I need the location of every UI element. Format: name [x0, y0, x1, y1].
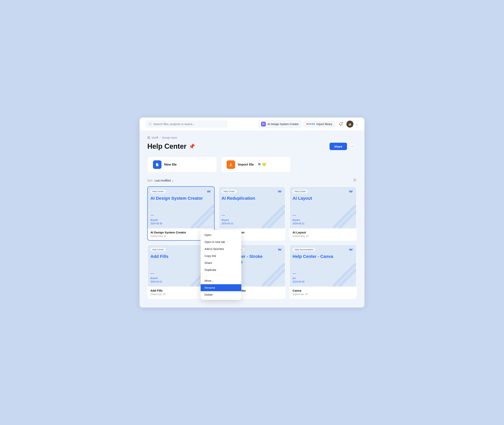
import-icons: 💛: [258, 162, 266, 167]
file-thumb-title: Help Center - Canva: [292, 254, 333, 259]
file-thumb-date: 2024-05-21: [292, 222, 304, 225]
search-icon: [149, 123, 152, 126]
header: AI Design System Creator Import library: [139, 118, 365, 131]
svg-rect-8: [147, 138, 148, 139]
context-menu-item-move---[interactable]: Move...: [201, 277, 241, 284]
motiff-logo: [348, 189, 354, 194]
figma-icon: [306, 123, 315, 125]
file-thumb-title: AI Reduplication: [222, 196, 255, 201]
file-thumb-author: Bryant: [150, 277, 158, 279]
context-menu-item-delete[interactable]: Delete: [201, 291, 241, 298]
page-actions: Share ···: [330, 143, 357, 150]
svg-line-1: [151, 125, 152, 126]
action-tiles: New file Import file: [147, 157, 357, 173]
more-dots-icon: ···: [351, 145, 354, 148]
context-menu-item-open-in-new-tab[interactable]: Open in new tab: [201, 239, 241, 246]
svg-rect-4: [262, 124, 263, 125]
context-menu-item-duplicate[interactable]: Duplicate: [201, 266, 241, 273]
file-thumb-date: 2024-03-21: [150, 280, 162, 283]
context-menu-item-open[interactable]: Open: [201, 232, 241, 239]
file-thumb-author: Bryant: [222, 219, 229, 221]
ai-design-label: AI Design System Creator: [267, 123, 299, 126]
breadcrumb-workspace[interactable]: Motiff: [152, 136, 158, 139]
sort-select[interactable]: Last modified ⌄: [155, 179, 174, 182]
chevron-icon: ⌄: [172, 179, 174, 182]
context-menu: OpenOpen in new tabAdd to favoritesCopy …: [201, 230, 241, 300]
svg-rect-7: [149, 137, 150, 138]
svg-line-33: [333, 263, 356, 286]
grid-icon: [147, 136, 150, 139]
import-file-tile[interactable]: Import file 💛: [221, 157, 291, 173]
context-menu-separator: [201, 276, 241, 276]
file-badge: Help documentation: [292, 248, 315, 251]
file-card[interactable]: Help Center AI Layout — Bryant 2024-05-2…: [289, 186, 357, 241]
file-thumb-date: 2024-05-30: [150, 222, 162, 225]
list-view-button[interactable]: [353, 178, 357, 183]
share-button[interactable]: Share: [330, 143, 347, 150]
file-thumb-author: Bryant: [150, 219, 158, 221]
file-thumbnail: Help Center AI Layout — Bryant 2024-05-2…: [290, 187, 356, 228]
motiff-logo: [348, 247, 354, 253]
decorative-lines: [333, 263, 356, 286]
context-menu-item-copy-link[interactable]: Copy link: [201, 252, 241, 259]
ai-design-button[interactable]: AI Design System Creator: [258, 120, 302, 128]
sort-value: Last modified: [155, 179, 171, 182]
import-library-button[interactable]: Import library: [304, 121, 335, 127]
breadcrumb-separator: /: [160, 136, 160, 139]
context-menu-item-share[interactable]: Share: [201, 259, 241, 266]
svg-rect-6: [147, 137, 148, 138]
motiff-logo: [206, 189, 212, 194]
decorative-lines: [191, 205, 214, 228]
ai-icon: [261, 122, 266, 126]
page-title-row: Help Center 📌 Share ···: [147, 142, 357, 150]
notification-dot: [342, 122, 343, 123]
file-thumbnail: Help documentation Help Center - Canva —…: [290, 245, 356, 286]
new-file-label: New file: [164, 163, 177, 166]
motiff-logo: [277, 189, 282, 194]
svg-point-10: [258, 163, 259, 164]
file-thumb-dash: —: [222, 213, 225, 217]
svg-line-30: [262, 263, 285, 286]
svg-rect-3: [264, 123, 265, 124]
new-file-tile[interactable]: New file: [147, 157, 217, 173]
file-badge: Help Center: [150, 248, 166, 251]
new-file-icon: [153, 160, 161, 169]
file-thumb-title: AI Layout: [292, 196, 312, 201]
context-menu-item-rename[interactable]: Rename: [201, 284, 241, 291]
decorative-lines: [262, 205, 285, 228]
file-thumb-dash: —: [150, 213, 154, 217]
breadcrumb-team[interactable]: Design team: [162, 136, 177, 139]
import-file-label: Import file: [238, 163, 254, 166]
file-thumbnail: Help Center AI Design System Creator — B…: [148, 187, 214, 228]
file-grid: Help Center AI Design System Creator — B…: [147, 186, 357, 299]
file-card-edited: Edited May 31: [292, 235, 354, 238]
more-options-button[interactable]: ···: [349, 143, 357, 150]
chevron-down-icon[interactable]: ⌄: [355, 122, 358, 126]
notification-button[interactable]: [337, 120, 345, 128]
svg-line-24: [333, 205, 356, 228]
file-badge: Help Center: [292, 190, 308, 193]
app-container: AI Design System Creator Import library: [139, 118, 365, 307]
decorative-lines: [262, 263, 285, 286]
import-file-icon: [227, 160, 235, 169]
svg-point-12: [258, 164, 259, 165]
file-thumb-author: jim: [292, 277, 296, 279]
search-input[interactable]: [153, 122, 224, 126]
pin-icon: 📌: [189, 144, 195, 149]
header-right: AI Design System Creator Import library: [258, 120, 358, 128]
svg-point-13: [259, 164, 260, 165]
file-card-name: Canva: [292, 289, 354, 292]
file-thumb-dash: —: [292, 213, 296, 217]
sort-label: Sort:: [147, 179, 153, 182]
file-card[interactable]: Help documentation Help Center - Canva —…: [289, 245, 357, 299]
file-thumb-dash: —: [292, 271, 296, 275]
file-card-info: AI Layout Edited May 31: [290, 228, 356, 240]
main-content: Motiff / Design team Help Center 📌 Share…: [139, 131, 365, 306]
file-thumb-author: Bryant: [292, 219, 300, 221]
search-bar[interactable]: [146, 121, 227, 127]
context-menu-item-add-to-favorites[interactable]: Add to favorites: [201, 246, 241, 252]
import-library-label: Import library: [316, 123, 332, 126]
file-card-edited: Edited Apr 19: [292, 293, 354, 296]
file-thumb-dash: —: [150, 271, 154, 275]
avatar[interactable]: 🧑: [346, 121, 353, 128]
